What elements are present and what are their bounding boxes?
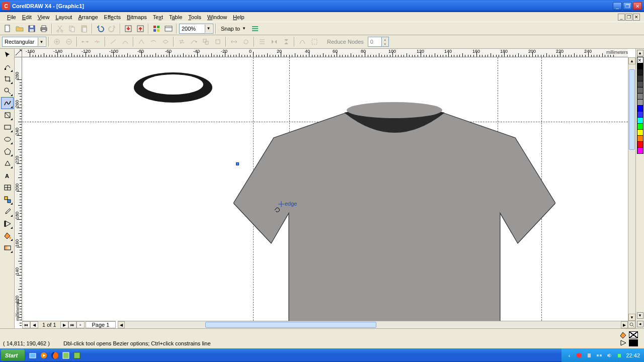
menu-table[interactable]: Table <box>166 13 185 21</box>
smooth-node-button[interactable] <box>148 36 159 47</box>
reflect-v-button[interactable] <box>281 36 292 47</box>
interactive-fill-tool[interactable] <box>1 242 14 254</box>
menu-file[interactable]: File <box>4 13 19 21</box>
palette-down-button[interactable]: ▼ <box>637 312 643 319</box>
align-nodes-button[interactable] <box>257 36 268 47</box>
zoom-tool[interactable] <box>1 85 14 97</box>
horizontal-scrollbar[interactable]: ◀ ▶ <box>118 321 628 328</box>
extract-subpath-button[interactable] <box>200 36 211 47</box>
to-curve-button[interactable] <box>120 36 131 47</box>
media-player-icon[interactable] <box>39 350 49 360</box>
to-line-button[interactable] <box>108 36 119 47</box>
interactive-blend-tool[interactable] <box>1 194 14 206</box>
reverse-direction-button[interactable] <box>176 36 187 47</box>
navigator-button[interactable] <box>628 321 635 328</box>
ruler-origin-button[interactable] <box>15 49 22 57</box>
freehand-tool[interactable] <box>1 97 14 109</box>
join-nodes-button[interactable] <box>79 36 91 47</box>
ellipse-tool[interactable] <box>1 133 14 145</box>
first-page-button[interactable]: ⏮ <box>22 321 30 328</box>
text-tool[interactable]: A <box>1 169 14 182</box>
tray-shield-icon[interactable] <box>576 352 583 359</box>
select-all-nodes-button[interactable] <box>309 36 320 47</box>
extend-curve-button[interactable] <box>188 36 199 47</box>
rectangle-tool[interactable] <box>1 121 14 133</box>
tray-power-icon[interactable] <box>616 352 623 359</box>
new-button[interactable] <box>2 23 13 34</box>
elastic-mode-button[interactable] <box>297 36 308 47</box>
redo-button[interactable] <box>107 23 118 34</box>
maximize-button[interactable]: ❐ <box>623 2 632 10</box>
doc-minimize-button[interactable]: _ <box>618 14 625 21</box>
tray-volume-icon[interactable] <box>606 352 613 359</box>
vertical-scrollbar[interactable]: ▲ ▼ <box>628 57 635 321</box>
paste-button[interactable] <box>78 23 90 34</box>
menu-window[interactable]: Window <box>204 13 230 21</box>
eyedropper-tool[interactable] <box>1 206 14 218</box>
page-tab[interactable]: Page 1 <box>86 321 116 328</box>
import-button[interactable] <box>123 23 134 34</box>
close-curve-button[interactable] <box>212 36 223 47</box>
color-swatch[interactable] <box>637 147 643 154</box>
fill-swatch[interactable] <box>629 331 638 338</box>
minimize-button[interactable]: _ <box>613 2 622 10</box>
menu-tools[interactable]: Tools <box>185 13 204 21</box>
menu-edit[interactable]: Edit <box>19 13 35 21</box>
symmetric-node-button[interactable] <box>160 36 171 47</box>
firefox-icon[interactable] <box>50 350 60 360</box>
outline-swatch[interactable] <box>629 339 638 346</box>
delete-node-button[interactable] <box>63 36 74 47</box>
coreldraw-task-icon[interactable] <box>61 350 71 360</box>
explorer-task-icon[interactable] <box>72 350 82 360</box>
fill-tool[interactable] <box>1 230 14 242</box>
prev-page-button[interactable]: ◀ <box>30 321 38 328</box>
cut-button[interactable] <box>54 23 65 34</box>
open-button[interactable] <box>14 23 25 34</box>
menu-help[interactable]: Help <box>230 13 248 21</box>
tray-network-icon[interactable] <box>596 352 603 359</box>
menu-text[interactable]: Text <box>150 13 166 21</box>
copy-button[interactable] <box>66 23 77 34</box>
rotate-nodes-button[interactable] <box>240 36 252 47</box>
selection-mode-combo[interactable]: Rectangular ▼ <box>2 37 46 47</box>
add-node-button[interactable] <box>51 36 62 47</box>
welcome-screen-button[interactable] <box>163 23 174 34</box>
drawing-canvas[interactable]: edge <box>22 57 628 321</box>
add-page-button[interactable]: + <box>76 321 85 328</box>
break-nodes-button[interactable] <box>92 36 103 47</box>
doc-restore-button[interactable]: ❐ <box>625 14 632 21</box>
scroll-left-button[interactable]: ◀ <box>118 321 125 328</box>
save-button[interactable] <box>26 23 37 34</box>
ellipse-ring-object[interactable] <box>133 71 213 104</box>
app-launcher-button[interactable] <box>151 23 162 34</box>
export-button[interactable] <box>135 23 146 34</box>
shape-tool[interactable] <box>1 61 14 73</box>
snap-to-dropdown[interactable]: Snap to ▼ <box>218 24 249 34</box>
menu-view[interactable]: View <box>35 13 53 21</box>
doc-close-button[interactable]: ✕ <box>633 14 640 21</box>
scroll-up-button[interactable]: ▲ <box>628 57 635 64</box>
reflect-h-button[interactable] <box>269 36 280 47</box>
basic-shapes-tool[interactable] <box>1 157 14 169</box>
menu-bitmaps[interactable]: Bitmaps <box>124 13 150 21</box>
menu-layout[interactable]: Layout <box>52 13 75 21</box>
table-tool[interactable] <box>1 182 14 194</box>
vertical-ruler[interactable]: millimeters 280260240220200180160140120 <box>15 57 22 321</box>
bezier-node-marker[interactable] <box>236 162 239 165</box>
stretch-nodes-button[interactable] <box>228 36 239 47</box>
cusp-node-button[interactable] <box>136 36 147 47</box>
next-page-button[interactable]: ▶ <box>60 321 68 328</box>
undo-button[interactable] <box>95 23 106 34</box>
menu-effects[interactable]: Effects <box>101 13 124 21</box>
last-page-button[interactable]: ⏭ <box>68 321 76 328</box>
reduce-nodes-spinner[interactable]: 0 ▲▼ <box>368 37 389 47</box>
print-button[interactable] <box>38 23 49 34</box>
smart-fill-tool[interactable] <box>1 109 14 121</box>
horizontal-ruler[interactable]: millimeters -160-140-120-100-80-60-40-20… <box>22 49 628 57</box>
menu-arrange[interactable]: Arrange <box>75 13 101 21</box>
tray-clock[interactable]: 22:42 <box>626 352 640 358</box>
outline-tool[interactable] <box>1 218 14 230</box>
pick-tool[interactable] <box>1 49 14 61</box>
show-desktop-icon[interactable] <box>28 350 38 360</box>
close-button[interactable]: ✕ <box>633 2 642 10</box>
